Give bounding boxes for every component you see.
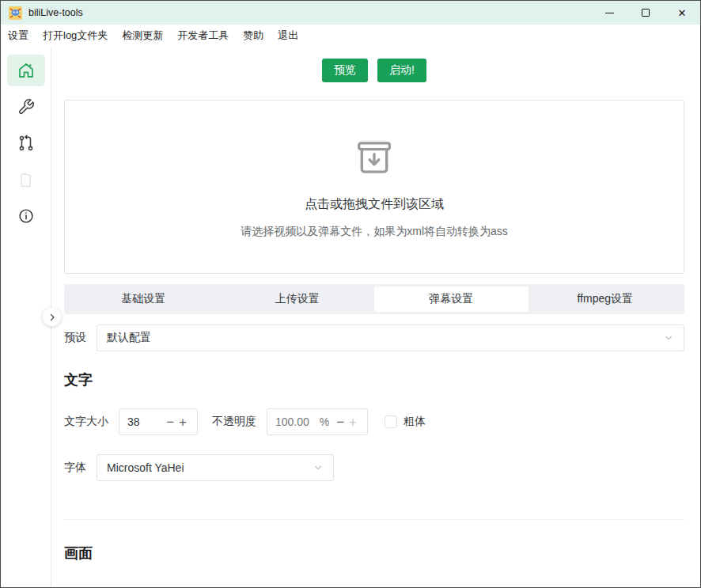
menu-settings[interactable]: 设置 <box>8 28 28 43</box>
maximize-button[interactable] <box>627 1 664 25</box>
preset-value: 默认配置 <box>107 331 151 345</box>
archive-inbox-icon <box>351 135 397 180</box>
font-family-select[interactable]: Microsoft YaHei <box>97 454 334 481</box>
opacity-label: 不透明度 <box>212 415 256 429</box>
opacity-input: % − + <box>267 408 368 435</box>
close-button[interactable]: ✕ <box>664 1 700 25</box>
clip-icon <box>17 170 36 189</box>
preset-label: 预设 <box>64 331 86 345</box>
settings-tabs: 基础设置 上传设置 弹幕设置 ffmpeg设置 <box>64 284 684 314</box>
app-window: biliLive-tools ✕ 设置 打开log文件夹 检测更新 开发者工具 … <box>0 0 701 588</box>
bold-checkbox[interactable] <box>385 415 397 428</box>
menubar: 设置 打开log文件夹 检测更新 开发者工具 赞助 退出 <box>1 25 700 47</box>
sidebar-collapse-button[interactable] <box>43 308 61 326</box>
content: 预览 启动! 点击或拖拽文件到该区域 请选择视频以及弹幕文件，如果为xml将自动… <box>51 47 700 587</box>
minimize-icon <box>605 13 614 13</box>
menu-open-log-folder[interactable]: 打开log文件夹 <box>43 28 108 43</box>
menu-exit[interactable]: 退出 <box>278 28 298 43</box>
canvas-section-heading: 画面 <box>64 544 684 563</box>
text-controls-row: 文字大小 − + 不透明度 % − + 粗体 <box>64 408 684 435</box>
window-controls: ✕ <box>591 1 700 25</box>
font-family-value: Microsoft YaHei <box>107 461 184 474</box>
opacity-value[interactable] <box>275 415 320 428</box>
chevron-right-icon <box>47 313 57 322</box>
info-icon <box>17 207 35 225</box>
tab-upload-settings[interactable]: 上传设置 <box>221 286 375 312</box>
menu-devtools[interactable]: 开发者工具 <box>177 28 229 43</box>
action-buttons: 预览 启动! <box>64 59 684 82</box>
sidebar-item-home[interactable] <box>7 55 45 86</box>
start-button[interactable]: 启动! <box>377 59 426 82</box>
preset-select[interactable]: 默认配置 <box>97 324 684 351</box>
dropzone-hint: 请选择视频以及弹幕文件，如果为xml将自动转换为ass <box>241 225 508 239</box>
titlebar: biliLive-tools ✕ <box>1 1 700 25</box>
main-area: 预览 启动! 点击或拖拽文件到该区域 请选择视频以及弹幕文件，如果为xml将自动… <box>1 47 700 587</box>
opacity-increase-button[interactable]: + <box>347 415 359 429</box>
minimize-button[interactable] <box>591 1 627 25</box>
sidebar-item-workflow[interactable] <box>7 127 45 159</box>
home-icon <box>17 61 36 80</box>
tab-basic-settings[interactable]: 基础设置 <box>66 286 221 312</box>
file-dropzone[interactable]: 点击或拖拽文件到该区域 请选择视频以及弹幕文件，如果为xml将自动转换为ass <box>64 100 684 274</box>
tab-danmaku-settings[interactable]: 弹幕设置 <box>374 286 529 312</box>
bold-label: 粗体 <box>404 415 426 429</box>
maximize-icon <box>642 9 650 17</box>
dropzone-title: 点击或拖拽文件到该区域 <box>305 196 444 213</box>
wrench-icon <box>17 98 35 116</box>
font-size-value[interactable] <box>127 415 164 428</box>
menu-sponsor[interactable]: 赞助 <box>243 28 263 43</box>
section-divider <box>64 519 684 520</box>
opacity-decrease-button[interactable]: − <box>334 415 347 429</box>
chevron-down-icon <box>313 462 324 473</box>
font-size-decrease-button[interactable]: − <box>164 415 176 429</box>
menu-check-update[interactable]: 检测更新 <box>122 28 163 43</box>
preset-row: 预设 默认配置 <box>64 324 684 351</box>
tab-ffmpeg-settings[interactable]: ffmpeg设置 <box>529 286 683 312</box>
app-icon <box>9 6 22 20</box>
font-size-label: 文字大小 <box>64 415 108 429</box>
sidebar-item-clip[interactable] <box>7 164 45 195</box>
font-size-increase-button[interactable]: + <box>176 415 189 429</box>
chevron-down-icon <box>663 332 674 343</box>
font-size-input: − + <box>119 408 198 435</box>
font-family-row: 字体 Microsoft YaHei <box>64 454 684 481</box>
git-pull-request-icon <box>17 135 35 152</box>
sidebar-item-about[interactable] <box>7 200 45 232</box>
preview-button[interactable]: 预览 <box>322 59 368 82</box>
text-section-heading: 文字 <box>64 370 684 389</box>
close-icon: ✕ <box>678 8 687 18</box>
opacity-unit: % <box>320 415 329 428</box>
window-title: biliLive-tools <box>28 7 83 18</box>
sidebar-item-tools[interactable] <box>7 91 45 123</box>
font-family-label: 字体 <box>64 461 86 475</box>
